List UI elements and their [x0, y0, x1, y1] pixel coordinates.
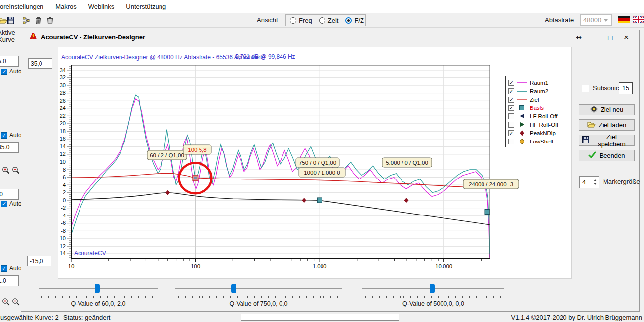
abtastrate-select[interactable]: 48000 [580, 14, 612, 26]
uk-flag-icon[interactable] [633, 16, 644, 25]
view-radio-freq[interactable]: Freq [290, 17, 312, 24]
menu-item-unterst-tzung[interactable]: Unterstützung [126, 3, 172, 10]
legend-checkbox[interactable] [508, 113, 514, 119]
dialog-zielkurven-designer: AcourateCV - Zielkurven-Designer ↔ — □ ✕… [21, 30, 640, 312]
auto-checkbox[interactable] [1, 265, 7, 272]
dialog-title: AcourateCV - Zielkurven-Designer [41, 34, 145, 41]
view-radio-zeit[interactable]: Zeit [319, 17, 339, 24]
svg-text:-14: -14 [58, 250, 66, 256]
sidebar-field-bottom[interactable]: 1.0 [0, 275, 19, 286]
auto-label: Auto [9, 265, 22, 272]
resize-horizontal-button[interactable]: ↔ [571, 32, 587, 43]
subsonic-value-field[interactable]: 15 [619, 82, 633, 94]
stepper-down-icon[interactable] [592, 182, 599, 188]
peakndip-marker[interactable] [302, 198, 306, 203]
menu-item-makros[interactable]: Makros [55, 3, 82, 10]
marker-size-stepper[interactable]: 4 [579, 176, 599, 188]
view-radio-f-z[interactable]: F/Z [345, 17, 364, 24]
auto-checkbox[interactable] [1, 132, 7, 139]
ziel-neu-button[interactable]: Ziel neu [579, 104, 635, 115]
legend-checkbox[interactable] [508, 122, 514, 128]
slider-track[interactable] [175, 288, 342, 289]
maximize-button[interactable]: □ [603, 32, 618, 43]
legend-checkbox[interactable]: ✓ [508, 105, 514, 111]
marker-size-value: 4 [580, 177, 592, 188]
minimize-button[interactable]: — [587, 32, 603, 43]
main-area: Aktive Kurve 5.0 Auto Auto 35.0 .0 Auto … [0, 28, 644, 312]
radio-label: Zeit [328, 17, 339, 24]
zoom-out-icon[interactable] [12, 298, 20, 306]
zoom-in-icon[interactable] [2, 298, 10, 306]
legend-item-raum2: ✓Raum2 [508, 87, 555, 95]
legend-item-hf-roll-off: HF Roll-Off [508, 120, 555, 129]
radio-icon[interactable] [345, 17, 352, 24]
legend-label: Raum1 [530, 80, 548, 86]
menu-item-oreinstellungen[interactable]: oreinstellungen [0, 3, 49, 10]
legend-checkbox[interactable]: ✓ [508, 130, 514, 136]
y-max-field[interactable]: 35,0 [28, 58, 52, 69]
subsonic-label: Subsonic [593, 84, 619, 92]
menu-item-weblinks[interactable]: Weblinks [88, 3, 121, 10]
auto-checkbox-row: Auto [1, 68, 22, 75]
radio-icon[interactable] [290, 17, 296, 24]
svg-text:34: 34 [60, 67, 66, 73]
svg-text:10: 10 [60, 159, 66, 165]
slider-label: Q-Value of 5000,0, 0,0 [362, 300, 504, 307]
slider-thumb[interactable] [95, 284, 100, 293]
slider-thumb[interactable] [430, 284, 435, 293]
close-button[interactable]: ✕ [618, 32, 634, 43]
beenden-button[interactable]: Beenden [579, 150, 635, 161]
selected-curve-status: usgewählte Kurve: 2 [0, 314, 59, 321]
target-curve-chart[interactable]: -14-12-10-8-6-4-202468101214161820222426… [58, 47, 572, 279]
stepper-up-icon[interactable] [592, 177, 599, 182]
svg-text:4: 4 [63, 182, 66, 188]
ziel-speichern-button[interactable]: Ziel speichern [579, 135, 635, 146]
legend-checkbox[interactable]: ✓ [508, 97, 514, 103]
peakndip-marker[interactable] [165, 190, 170, 195]
legend-label: PeakNDip [530, 130, 556, 136]
legend-label: LowShelf [530, 139, 553, 144]
svg-text:24: 24 [60, 105, 66, 111]
auto-checkbox[interactable] [1, 201, 7, 207]
zoom-out-icon[interactable] [12, 166, 20, 174]
peakndip-marker[interactable] [404, 198, 408, 203]
legend-label: HF Roll-Off [530, 122, 558, 128]
slider-ticks [365, 296, 502, 298]
curve-list-icon[interactable] [22, 16, 31, 25]
svg-text:-12: -12 [58, 243, 66, 249]
svg-text:-6: -6 [61, 220, 66, 226]
delete-all-curves-icon[interactable] [45, 16, 54, 25]
y-min-field[interactable]: -15,0 [27, 256, 51, 266]
sidebar-field-top[interactable]: 5.0 [0, 56, 19, 67]
q-value-slider-3: Q-Value of 5000,0, 0,0 [362, 283, 504, 311]
subsonic-checkbox[interactable] [582, 85, 589, 92]
app-logo-icon [29, 33, 37, 42]
save-icon[interactable] [6, 16, 15, 25]
radio-icon[interactable] [319, 17, 325, 24]
legend-checkbox[interactable] [508, 139, 514, 144]
auto-checkbox-row: Auto [1, 132, 22, 139]
legend-checkbox[interactable]: ✓ [508, 88, 514, 94]
basis-marker[interactable] [485, 209, 490, 214]
version-info: V1.1.4 ©2017-2020 by Dr. Ulrich Brüggema… [511, 314, 642, 321]
auto-checkbox[interactable] [1, 69, 7, 75]
change-status: Status: geändert [63, 314, 110, 321]
legend-item-ziel: ✓Ziel [508, 95, 555, 104]
raum2-symbol-icon [517, 89, 527, 94]
german-flag-icon[interactable] [618, 16, 630, 25]
svg-text:28: 28 [60, 90, 66, 96]
sidebar-field-low[interactable]: .0 [0, 189, 19, 200]
slider-thumb[interactable] [231, 284, 236, 293]
ziel-laden-button[interactable]: Ziel laden [579, 119, 635, 131]
zoom-in-icon[interactable] [2, 166, 10, 174]
delete-curve-icon[interactable] [34, 16, 42, 25]
legend-checkbox[interactable]: ✓ [508, 80, 514, 86]
basis-marker[interactable] [317, 198, 322, 203]
button-label: Ziel speichern [592, 133, 631, 148]
sidebar-field-mid[interactable]: 35.0 [0, 142, 19, 153]
series-raum1 [71, 99, 490, 257]
status-progress [241, 314, 399, 321]
svg-text:18: 18 [60, 128, 66, 134]
auto-label: Auto [9, 68, 22, 75]
abtastrate-value: 48000 [583, 16, 601, 24]
